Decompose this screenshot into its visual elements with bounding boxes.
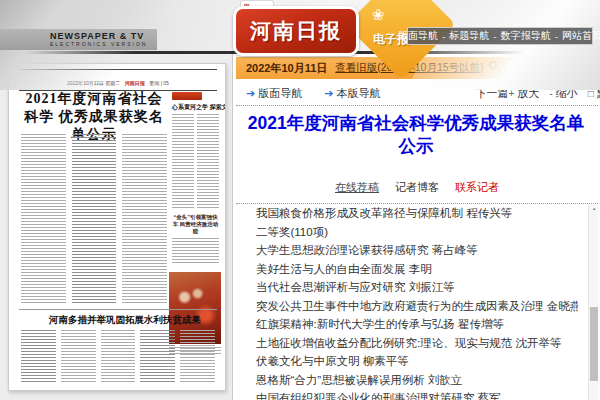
current-date: 2022年10月11日 xyxy=(246,61,327,76)
scroll-up-icon[interactable]: ▪ xyxy=(591,207,597,212)
fake-text-column xyxy=(21,134,66,304)
separator xyxy=(236,203,598,204)
newspaper-page-image[interactable]: 2022年10月11日 星期二 河南日报 要闻 | 05 2021年度河南省社会… xyxy=(8,63,226,391)
separator xyxy=(236,105,598,106)
fake-text-column xyxy=(172,114,194,210)
award-entry: 土地征收增值收益分配比例研究:理论、现实与规范 沈开举等 xyxy=(256,337,578,350)
award-entry: 突发公共卫生事件中地方政府避责行为的生成因素及治理 金晓燕等 xyxy=(256,300,578,313)
arrow-icon: ➔ xyxy=(246,87,255,100)
nav-link-digital[interactable]: 数字报导航 xyxy=(501,29,551,43)
award-entry: 中国有组织犯罪企业化的刑事治理对策研究 蔡军 xyxy=(256,392,578,400)
nav-separator: - xyxy=(493,31,496,42)
article-reader: 2022年10月11日 查看旧版(2007年10月15号以前) ➔ 版面导航 ➔… xyxy=(234,54,600,400)
layout-nav-button[interactable]: ➔ 版面导航 xyxy=(246,86,302,101)
right-column-text xyxy=(172,114,219,210)
section-divider xyxy=(19,309,217,310)
nav-link-headlines[interactable]: 标题导航 xyxy=(449,29,489,43)
award-entry: 红旗渠精神:新时代大学生的传承与弘扬 翟传增等 xyxy=(256,318,578,331)
article-scrollbar[interactable]: ▪ xyxy=(588,205,598,400)
fake-text-column xyxy=(197,114,219,210)
page-thumbnail-panel: 2022年10月11日 星期二 河南日报 要闻 | 05 2021年度河南省社会… xyxy=(0,54,233,400)
scrollbar-thumb[interactable] xyxy=(590,307,598,381)
column-logo-tag xyxy=(172,92,202,100)
article-body: 我国粮食价格形成及改革路径与保障机制 程传兴等 二等奖(110项) 大学生思想政… xyxy=(256,207,578,400)
paper-bottom-columns xyxy=(21,330,215,384)
award-entry: 恩格斯“合力”思想被误解误用例析 刘歆立 xyxy=(256,374,578,387)
nav-link-layout[interactable]: 版面导航 xyxy=(398,29,438,43)
paper-right-headline: 心系黄河之学 探索文明真意 xyxy=(172,103,219,111)
contact-reporter-link[interactable]: 联系记者 xyxy=(455,180,499,195)
award-category: 二等奖(110项) xyxy=(256,226,578,239)
nav-link-home[interactable]: 网站首页 xyxy=(562,29,600,43)
newspaper-tv-logo-line1: NEWSPAPER & TV xyxy=(50,31,157,41)
fake-text-column xyxy=(101,330,136,384)
fake-text-column xyxy=(72,134,117,304)
paper-right-column: 心系黄河之学 探索文明真意 “金头”引领富强快车 民营经济激活动能 xyxy=(172,92,219,264)
fake-text-column xyxy=(122,134,167,304)
fake-text-column xyxy=(140,330,175,384)
award-entry: 当代社会思潮评析与应对研究 刘振江等 xyxy=(256,281,578,294)
article-links-row: 在线荐稿 记者博客 联系记者 xyxy=(234,180,600,195)
fake-text-column xyxy=(172,238,219,264)
fake-text-column xyxy=(21,330,56,384)
flower-icon: ❀ xyxy=(372,6,385,24)
award-entry: 大学生思想政治理论课获得感研究 蒋占峰等 xyxy=(256,244,578,257)
paper-sub-headline: “金头”引领富强快车 民营经济激活动能 xyxy=(172,214,219,235)
newspaper-tv-logo: NEWSPAPER & TV ELECTRONICS VERSION xyxy=(0,29,157,50)
masthead-title: 河南日报 xyxy=(250,17,342,45)
reporter-blog-link[interactable]: 记者博客 xyxy=(395,180,439,195)
fake-text-column xyxy=(180,330,215,384)
arrow-icon: ➔ xyxy=(324,87,333,100)
award-entry: 伏羲文化与中原文明 柳素平等 xyxy=(256,355,578,368)
nav-separator: - xyxy=(442,31,445,42)
paper-body-columns xyxy=(21,134,167,304)
masthead-logo[interactable]: 河南日报 xyxy=(233,6,359,56)
site-banner: NEWSPAPER & TV ELECTRONICS VERSION ❀ m 河… xyxy=(0,0,600,54)
paper-bottom-headline: 河南多措并举巩固拓展水利扶贫成果 xyxy=(49,314,199,327)
award-entry: 我国粮食价格形成及改革路径与保障机制 程传兴等 xyxy=(256,207,578,220)
section-nav-button[interactable]: ➔ 本版导航 xyxy=(324,86,380,101)
nav-separator: - xyxy=(555,31,558,42)
award-entry: 美好生活与人的自由全面发展 李明 xyxy=(256,263,578,276)
fake-text-column xyxy=(61,330,96,384)
newspaper-tv-logo-line2: ELECTRONICS VERSION xyxy=(50,41,157,47)
article-title: 2021年度河南省社会科学优秀成果获奖名单公示 xyxy=(242,112,590,158)
submit-article-link[interactable]: 在线荐稿 xyxy=(335,180,379,195)
top-nav: 版面导航 - 标题导航 - 数字报导航 - 网站首页 xyxy=(407,27,593,45)
